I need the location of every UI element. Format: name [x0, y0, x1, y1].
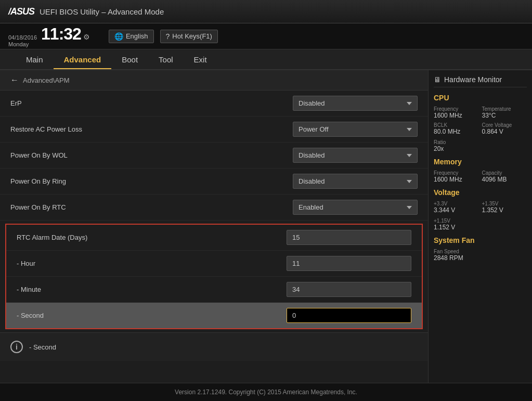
setting-row-erp: ErP Disabled Enabled	[0, 90, 428, 117]
memory-stats: Frequency 1600 MHz Capacity 4096 MB	[434, 170, 527, 183]
rtc-second-input[interactable]	[287, 308, 411, 323]
power-ring-control: Disabled Enabled	[293, 174, 418, 189]
datetime: 04/18/2016 Monday 11:32 ⚙	[8, 24, 90, 48]
monitor-icon: 🖥	[434, 75, 441, 84]
footer-text: Version 2.17.1249. Copyright (C) 2015 Am…	[175, 389, 357, 396]
hotkeys-button[interactable]: ? Hot Keys(F1)	[160, 30, 218, 43]
setting-row-power-rtc: Power On By RTC Disabled Enabled	[0, 195, 428, 221]
tab-advanced[interactable]: Advanced	[54, 51, 112, 69]
rtc-minute-input[interactable]	[287, 282, 411, 297]
header: /ASUS UEFI BIOS Utility – Advanced Mode	[0, 0, 532, 23]
tab-boot[interactable]: Boot	[111, 51, 148, 69]
footer: Version 2.17.1249. Copyright (C) 2015 Am…	[0, 383, 532, 401]
power-wol-select[interactable]: Disabled Enabled	[293, 148, 418, 163]
memory-capacity: Capacity 4096 MB	[482, 170, 527, 183]
erp-label: ErP	[10, 99, 293, 107]
asus-logo: /ASUS	[8, 6, 34, 17]
memory-frequency: Frequency 1600 MHz	[434, 170, 479, 183]
voltage-stats: +3.3V 3.344 V +1.35V 1.352 V	[434, 201, 527, 214]
topbar: 04/18/2016 Monday 11:32 ⚙ 🌐 English ? Ho…	[0, 23, 532, 49]
info-icon: i	[10, 341, 23, 353]
fan-speed: Fan Speed 2848 RPM	[434, 249, 527, 262]
rtc-row-minute: - Minute	[6, 277, 422, 303]
erp-control: Disabled Enabled	[293, 96, 418, 111]
power-ring-label: Power On By Ring	[10, 177, 293, 185]
cpu-heading: CPU	[434, 94, 527, 102]
cpu-temperature: Temperature 33°C	[482, 106, 527, 119]
tab-tool[interactable]: Tool	[148, 51, 184, 69]
rtc-second-label: - Second	[17, 312, 287, 319]
info-text: - Second	[29, 343, 56, 351]
voltage-135: +1.35V 1.352 V	[482, 201, 527, 214]
setting-row-restore-ac: Restore AC Power Loss Power Off Power On…	[0, 117, 428, 143]
back-arrow-icon[interactable]: ←	[10, 75, 19, 85]
rtc-hour-control	[287, 256, 411, 271]
restore-ac-select[interactable]: Power Off Power On Last State	[293, 122, 418, 137]
bios-title: UEFI BIOS Utility – Advanced Mode	[40, 7, 524, 16]
rtc-date-control	[287, 230, 411, 245]
voltage-heading: Voltage	[434, 188, 527, 197]
rtc-hour-label: - Hour	[17, 260, 287, 267]
rtc-row-date: RTC Alarm Date (Days)	[6, 225, 422, 251]
gear-icon[interactable]: ⚙	[83, 33, 90, 41]
restore-ac-label: Restore AC Power Loss	[10, 125, 293, 133]
rtc-date-label: RTC Alarm Date (Days)	[17, 234, 287, 241]
rtc-hour-input[interactable]	[287, 256, 411, 271]
rtc-date-input[interactable]	[287, 230, 411, 245]
memory-heading: Memory	[434, 158, 527, 166]
main-layout: ← Advanced\APM ErP Disabled Enabled Rest…	[0, 70, 532, 383]
power-rtc-label: Power On By RTC	[10, 203, 293, 211]
rtc-row-second: - Second	[6, 303, 422, 328]
rtc-section: RTC Alarm Date (Days) - Hour - Minute	[5, 224, 423, 329]
cpu-bclk: BCLK 80.0 MHz	[434, 122, 479, 135]
power-wol-control: Disabled Enabled	[293, 148, 418, 163]
voltage-115: +1.15V 1.152 V	[434, 218, 527, 231]
content-area: ← Advanced\APM ErP Disabled Enabled Rest…	[0, 70, 428, 383]
tab-exit[interactable]: Exit	[184, 51, 217, 69]
power-ring-select[interactable]: Disabled Enabled	[293, 174, 418, 189]
cpu-stats: Frequency 1600 MHz Temperature 33°C BCLK…	[434, 106, 527, 135]
voltage-33: +3.3V 3.344 V	[434, 201, 479, 214]
rtc-row-hour: - Hour	[6, 251, 422, 277]
breadcrumb: ← Advanced\APM	[0, 70, 428, 90]
setting-row-power-ring: Power On By Ring Disabled Enabled	[0, 169, 428, 195]
cpu-frequency: Frequency 1600 MHz	[434, 106, 479, 119]
globe-icon: 🌐	[114, 32, 123, 41]
time-display: 11:32	[41, 24, 81, 44]
tab-main[interactable]: Main	[16, 51, 54, 69]
hardware-monitor-sidebar: 🖥 Hardware Monitor CPU Frequency 1600 MH…	[428, 70, 532, 383]
bottom-bar: i - Second	[0, 332, 428, 361]
setting-row-power-wol: Power On By WOL Disabled Enabled	[0, 143, 428, 169]
rtc-minute-label: - Minute	[17, 286, 287, 293]
date-text: 04/18/2016 Monday	[8, 34, 37, 48]
power-rtc-select[interactable]: Disabled Enabled	[293, 200, 418, 215]
sidebar-title: 🖥 Hardware Monitor	[434, 75, 527, 87]
rtc-second-control	[287, 308, 411, 323]
question-icon: ?	[166, 32, 170, 41]
language-button[interactable]: 🌐 English	[109, 30, 154, 43]
nav-tabs: Main Advanced Boot Tool Exit	[0, 49, 532, 70]
power-rtc-control: Disabled Enabled	[293, 200, 418, 215]
erp-select[interactable]: Disabled Enabled	[293, 96, 418, 111]
cpu-core-voltage: Core Voltage 0.864 V	[482, 122, 527, 135]
restore-ac-control: Power Off Power On Last State	[293, 122, 418, 137]
system-fan-heading: System Fan	[434, 236, 527, 244]
settings-table: ErP Disabled Enabled Restore AC Power Lo…	[0, 90, 428, 221]
cpu-ratio: Ratio 20x	[434, 139, 527, 152]
power-wol-label: Power On By WOL	[10, 151, 293, 159]
rtc-minute-control	[287, 282, 411, 297]
